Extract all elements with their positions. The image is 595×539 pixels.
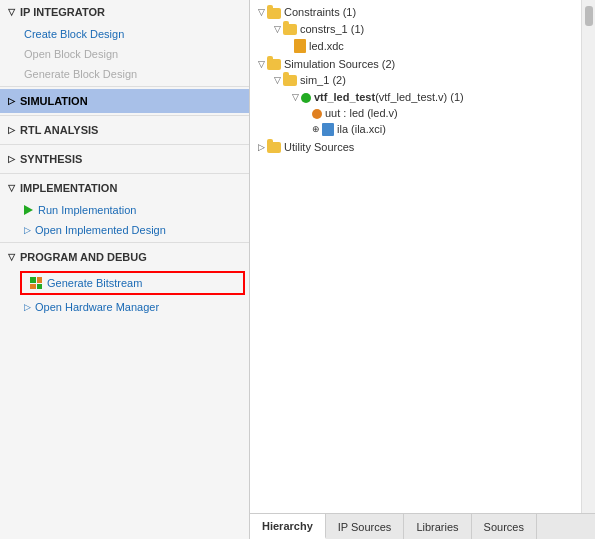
open-hardware-manager[interactable]: ▷ Open Hardware Manager: [16, 297, 249, 317]
program-debug-arrow: ▽: [8, 252, 15, 262]
generate-bitstream-label: Generate Bitstream: [47, 277, 142, 289]
folder-icon-sim: [267, 57, 281, 70]
section-rtl-analysis[interactable]: ▷ RTL ANALYSIS: [0, 118, 249, 142]
open-impl-arrow: ▷: [24, 225, 31, 235]
implementation-label: IMPLEMENTATION: [20, 182, 117, 194]
synthesis-arrow: ▷: [8, 154, 15, 164]
left-panel: ▽ IP INTEGRATOR Create Block Design Open…: [0, 0, 250, 539]
tree-node-constrs1: ▽ constrs_1 (1): [250, 21, 581, 38]
simsources-arrow: ▽: [258, 59, 265, 69]
section-synthesis[interactable]: ▷ SYNTHESIS: [0, 147, 249, 171]
section-implementation[interactable]: ▽ IMPLEMENTATION: [0, 176, 249, 200]
synthesis-label: SYNTHESIS: [20, 153, 82, 165]
tree-node-simsources: ▽ Simulation Sources (2): [250, 55, 581, 72]
ip-integrator-label: IP INTEGRATOR: [20, 6, 105, 18]
open-implemented-design[interactable]: ▷ Open Implemented Design: [16, 220, 249, 240]
open-block-design: Open Block Design: [16, 44, 249, 64]
constrs1-arrow: ▽: [274, 24, 281, 34]
run-implementation[interactable]: Run Implementation: [16, 200, 249, 220]
simulation-arrow: ▷: [8, 96, 15, 106]
sim1-arrow: ▽: [274, 75, 281, 85]
folder-icon-constrs: [283, 23, 297, 36]
section-ip-integrator[interactable]: ▽ IP INTEGRATOR: [0, 0, 249, 24]
section-simulation[interactable]: ▷ SIMULATION: [0, 89, 249, 113]
tab-ip-sources[interactable]: IP Sources: [326, 514, 405, 539]
program-debug-children: Generate Bitstream ▷ Open Hardware Manag…: [0, 271, 249, 317]
utility-arrow: ▷: [258, 142, 265, 152]
program-debug-label: PROGRAM AND DEBUG: [20, 251, 147, 263]
file-icon-led: [294, 39, 306, 53]
ila-prefix-icon: ⊕: [312, 124, 320, 134]
play-icon: [24, 205, 33, 215]
hw-manager-arrow: ▷: [24, 302, 31, 312]
right-content: ▽ Constraints (1) ▽ constrs_1 (1) led.xd…: [250, 0, 595, 513]
tree-area: ▽ Constraints (1) ▽ constrs_1 (1) led.xd…: [250, 0, 581, 513]
scroll-indicator[interactable]: [581, 0, 595, 513]
tree-node-sim1: ▽ sim_1 (2): [250, 72, 581, 89]
folder-icon: [267, 6, 281, 19]
tree-node-utilitysources: ▷ Utility Sources: [250, 138, 581, 155]
tab-libraries[interactable]: Libraries: [404, 514, 471, 539]
bottom-tabs: Hierarchy IP Sources Libraries Sources: [250, 513, 595, 539]
tree-node-ila: ⊕ ila (ila.xci): [250, 121, 581, 139]
tab-hierarchy[interactable]: Hierarchy: [250, 514, 326, 539]
tree-node-ledxdc: led.xdc: [250, 37, 581, 55]
folder-icon-utility: [267, 140, 281, 153]
scroll-thumb[interactable]: [585, 6, 593, 26]
tree-node-vtfledtest: ▽ vtf_led_test (vtf_led_test.v) (1): [250, 88, 581, 104]
generate-block-design: Generate Block Design: [16, 64, 249, 84]
implementation-children: Run Implementation ▷ Open Implemented De…: [0, 200, 249, 240]
tab-sources[interactable]: Sources: [472, 514, 537, 539]
ip-integrator-arrow: ▽: [8, 7, 15, 17]
circle-icon-green: [301, 90, 311, 102]
folder-icon-sim1: [283, 74, 297, 87]
vtf-arrow: ▽: [292, 92, 299, 102]
circle-icon-orange: [312, 107, 322, 119]
rtl-label: RTL ANALYSIS: [20, 124, 98, 136]
xci-icon: [322, 123, 334, 137]
right-panel: ▽ Constraints (1) ▽ constrs_1 (1) led.xd…: [250, 0, 595, 539]
section-program-debug[interactable]: ▽ PROGRAM AND DEBUG: [0, 245, 249, 269]
tree-node-uut: uut : led (led.v): [250, 105, 581, 121]
rtl-arrow: ▷: [8, 125, 15, 135]
tree-node-constraints: ▽ Constraints (1): [250, 4, 581, 21]
bitstream-icon: [30, 277, 42, 289]
ip-integrator-children: Create Block Design Open Block Design Ge…: [0, 24, 249, 84]
simulation-label: SIMULATION: [20, 95, 88, 107]
create-block-design[interactable]: Create Block Design: [16, 24, 249, 44]
generate-bitstream-button[interactable]: Generate Bitstream: [20, 271, 245, 295]
constraints-arrow: ▽: [258, 7, 265, 17]
implementation-arrow: ▽: [8, 183, 15, 193]
